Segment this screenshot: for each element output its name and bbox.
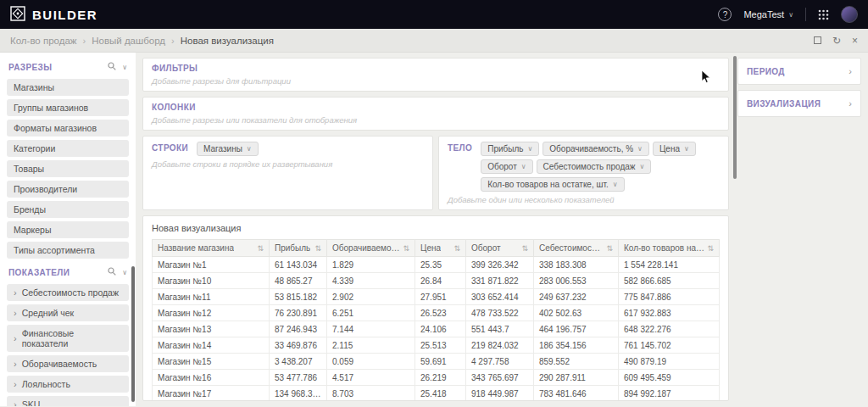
table-cell: 3 438.207	[270, 354, 327, 370]
sort-icon[interactable]: ⇅	[453, 244, 460, 253]
field-chip[interactable]: Прибыль∨	[481, 142, 539, 156]
close-icon[interactable]: ×	[852, 36, 858, 46]
sidebar-item-label: Категории	[14, 143, 55, 153]
workspace-switcher[interactable]: MegaTest ∨	[743, 9, 793, 20]
rows-panel[interactable]: СТРОКИ Магазины∨ Добавьте строки в поряд…	[142, 136, 433, 210]
breadcrumb-item[interactable]: Новый дашборд	[92, 36, 165, 46]
table-cell: Магазин №13	[153, 321, 270, 337]
chevron-down-icon[interactable]: ∨	[122, 64, 127, 71]
table-cell: 464 196.757	[534, 321, 619, 337]
sidebar-scrollbar[interactable]	[131, 266, 135, 402]
sidebar-item[interactable]: Категории	[7, 140, 129, 157]
fullscreen-icon[interactable]	[814, 36, 821, 46]
chevron-right-icon: ›	[14, 360, 17, 369]
sidebar-item-label: Себестоимость продаж	[22, 287, 119, 298]
table-cell: 0.059	[327, 354, 415, 370]
field-chip[interactable]: Оборачиваемость, %∨	[542, 142, 649, 156]
sort-icon[interactable]: ⇅	[606, 244, 613, 253]
field-chip[interactable]: Себестоимость продаж∨	[537, 159, 652, 174]
breadcrumb-bar: Кол-во продаж›Новый дашборд›Новая визуал…	[0, 29, 868, 53]
help-icon[interactable]: ?	[718, 8, 732, 21]
section-icons: ∨	[108, 62, 127, 72]
table-cell: 4 297.758	[466, 354, 534, 370]
table-cell: 775 847.886	[619, 289, 720, 305]
column-header[interactable]: Оборачиваемость, %⇅	[327, 240, 415, 257]
data-table: Название магазина⇅Прибыль⇅Оборачиваемост…	[152, 239, 720, 401]
field-chip[interactable]: Оборот∨	[481, 159, 532, 174]
column-header[interactable]: Цена⇅	[415, 240, 466, 257]
avatar[interactable]	[841, 6, 858, 23]
sidebar-item[interactable]: ›SKU	[7, 396, 129, 406]
sidebar-item[interactable]: ›Лояльность	[7, 376, 129, 393]
sidebar-item[interactable]: ›Средний чек	[7, 304, 129, 321]
topbar-actions: ? MegaTest ∨	[718, 6, 858, 23]
table-cell: 1.829	[327, 257, 415, 273]
main-scrollbar[interactable]	[733, 56, 737, 179]
table-cell: 290 287.911	[534, 370, 619, 386]
sidebar-item[interactable]: ›Финансовые показатели	[7, 325, 129, 352]
chip-label: Оборачиваемость, %	[549, 144, 633, 153]
sidebar-item[interactable]: ›Себестоимость продаж	[7, 284, 129, 301]
rows-header: СТРОКИ Магазины∨	[152, 142, 424, 156]
breadcrumb-item[interactable]: Новая визуализация	[181, 36, 274, 46]
left-sidebar: РАЗРЕЗЫ ∨ МагазиныГруппы магазиновФормат…	[0, 53, 136, 406]
table-row: Магазин №1276 230.8916.25126.523478 733.…	[153, 305, 720, 321]
sidebar-item[interactable]: Форматы магазинов	[7, 120, 129, 137]
sort-icon[interactable]: ⇅	[257, 244, 264, 253]
dimensions-list: МагазиныГруппы магазиновФорматы магазино…	[7, 79, 129, 259]
sort-icon[interactable]: ⇅	[314, 244, 321, 253]
filters-panel[interactable]: ФИЛЬТРЫ Добавьте разрезы для фильтрации	[142, 58, 729, 92]
table-cell: 26.523	[415, 305, 466, 321]
sidebar-item[interactable]: Типы ассортимента	[7, 242, 129, 259]
body-header: ТЕЛО Прибыль∨Оборачиваемость, %∨Цена∨Обо…	[448, 142, 720, 192]
column-header[interactable]: Прибыль⇅	[270, 240, 327, 257]
sort-icon[interactable]: ⇅	[707, 244, 714, 253]
column-header[interactable]: Себестоимость про…⇅	[534, 240, 619, 257]
table-cell: 1 554 228.141	[619, 257, 720, 273]
sidebar-item[interactable]: Производители	[7, 181, 129, 198]
field-chip[interactable]: Кол-во товаров на остатке, шт.∨	[481, 177, 624, 192]
table-cell: 783 481.646	[534, 386, 619, 402]
table-cell: 53 477.786	[270, 370, 327, 386]
field-chip[interactable]: Цена∨	[653, 142, 696, 156]
apps-grid-icon[interactable]	[818, 9, 829, 20]
period-panel[interactable]: ПЕРИОД ›	[737, 58, 861, 85]
chevron-right-icon: ›	[14, 309, 17, 318]
columns-panel[interactable]: КОЛОНКИ Добавьте разрезы или показатели …	[142, 97, 729, 131]
workspace-label: MegaTest	[743, 9, 784, 20]
chevron-down-icon[interactable]: ∨	[122, 269, 127, 276]
column-header[interactable]: Кол-во товаров на остатке, шт.⇅	[619, 240, 720, 257]
logo-group: BUILDER	[10, 6, 97, 23]
table-row: Магазин №1433 469.8762.11525.513219 824.…	[153, 337, 720, 354]
sidebar-item[interactable]: Группы магазинов	[7, 99, 129, 116]
chip-label: Цена	[659, 144, 680, 153]
content: РАЗРЕЗЫ ∨ МагазиныГруппы магазиновФормат…	[0, 53, 868, 406]
sidebar-item[interactable]: Бренды	[7, 201, 129, 218]
body-panel[interactable]: ТЕЛО Прибыль∨Оборачиваемость, %∨Цена∨Обо…	[438, 136, 729, 210]
sidebar-item[interactable]: Товары	[7, 160, 129, 177]
visualization-panel[interactable]: ВИЗУАЛИЗАЦИЯ ›	[737, 90, 861, 117]
column-header[interactable]: Оборот⇅	[466, 240, 534, 257]
column-header-content: Кол-во товаров на остатке, шт.⇅	[624, 243, 714, 253]
column-header-label: Оборачиваемость, %	[332, 243, 400, 253]
refresh-icon[interactable]: ↻	[832, 36, 841, 46]
chevron-right-icon: ›	[849, 98, 852, 109]
column-header-content: Оборачиваемость, %⇅	[332, 243, 409, 253]
table-header-row: Название магазина⇅Прибыль⇅Оборачиваемост…	[153, 240, 720, 257]
columns-hint: Добавьте разрезы или показатели для отоб…	[152, 115, 720, 125]
sidebar-item[interactable]: Маркеры	[7, 221, 129, 238]
sort-icon[interactable]: ⇅	[403, 244, 409, 253]
table-body: Магазин №161 143.0341.82925.35399 326.34…	[153, 257, 720, 402]
breadcrumb-item[interactable]: Кол-во продаж	[10, 36, 77, 46]
field-chip[interactable]: Магазины∨	[197, 142, 259, 156]
sort-icon[interactable]: ⇅	[521, 244, 528, 253]
sidebar-item-label: Производители	[14, 184, 77, 194]
table-row: Магазин №1048 865.274.33926.84331 871.82…	[153, 273, 720, 289]
search-icon[interactable]	[108, 62, 116, 72]
sidebar-item[interactable]: ›Оборачиваемость	[7, 355, 129, 372]
table-cell: 219 824.032	[466, 337, 534, 354]
column-header[interactable]: Название магазина⇅	[153, 240, 270, 257]
rows-hint: Добавьте строки в порядке их развертыван…	[152, 159, 424, 169]
search-icon[interactable]	[108, 267, 116, 277]
sidebar-item[interactable]: Магазины	[7, 79, 129, 96]
